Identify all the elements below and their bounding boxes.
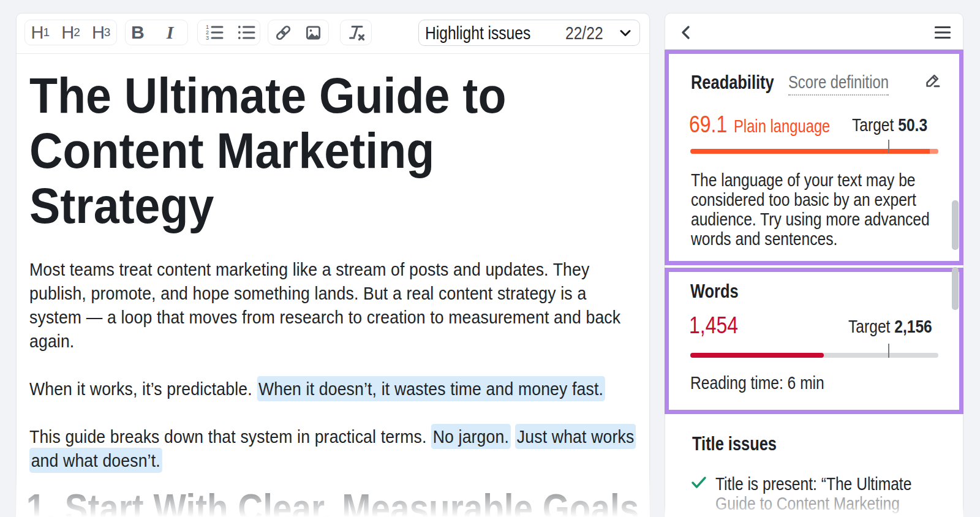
svg-text:3: 3	[206, 35, 209, 41]
